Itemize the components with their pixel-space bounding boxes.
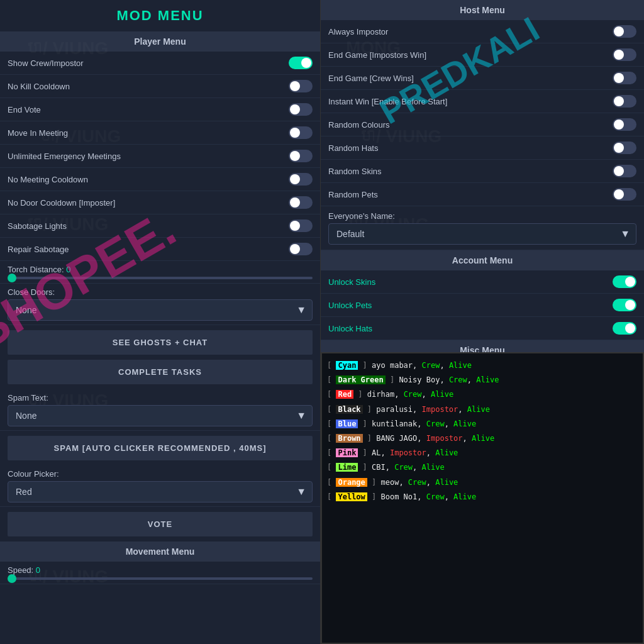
player-status-red: Alive [431,390,453,399]
toggle-repair-sabotage-switch[interactable] [289,243,313,255]
player-status-darkgreen: Alive [476,375,499,384]
player-name-cyan: ayo mabar, [372,361,421,370]
speed-slider-track[interactable] [8,577,313,580]
close-doors-row: Close Doors: None Cafeteria Electrical ▼ [0,284,320,325]
toggle-unlock-pets-switch[interactable] [613,299,636,311]
spam-button[interactable]: SPAM [AUTO CLICKER RECOMMENDED , 40MS] [8,436,313,460]
player-role-pink: Impostor [390,448,426,457]
player-name-yellow: Boom No1, [381,492,426,501]
toggle-random-hats[interactable]: Random Hats [321,136,644,160]
toggle-unlock-hats[interactable]: Unlock Hats [321,317,644,340]
toggle-always-impostor-switch[interactable] [613,25,636,38]
player-list-panel: [ Cyan ] ayo mabar, Crew, Alive [ Dark G… [321,352,644,644]
player-status-yellow: Alive [453,492,476,501]
complete-tasks-button[interactable]: COMPLETE TASKS [8,360,313,384]
account-menu-header: Account Menu [321,250,644,270]
player-name-orange: meow, [381,478,408,487]
movement-menu-header: Movement Menu [0,541,320,562]
toggle-show-crew-switch[interactable] [289,57,313,69]
toggle-end-game-impostors[interactable]: End Game [Impostors Win] [321,43,644,67]
toggle-instant-win-switch[interactable] [613,95,636,108]
toggle-end-game-crew[interactable]: End Game [Crew Wins] [321,67,644,90]
close-doors-dropdown-wrapper: None Cafeteria Electrical ▼ [8,299,313,321]
everyones-name-dropdown-wrapper: Default ▼ [328,223,636,245]
close-doors-select[interactable]: None Cafeteria Electrical [8,299,313,321]
toggle-unlock-hats-switch[interactable] [613,322,636,335]
toggle-random-hats-switch[interactable] [613,142,636,154]
toggle-repair-sabotage[interactable]: Repair Sabotage [0,238,320,261]
player-role-yellow: Crew [426,492,445,501]
toggle-instant-win[interactable]: Instant Win [Enable Before Start] [321,90,644,113]
toggle-random-skins-switch[interactable] [613,165,636,177]
player-row-darkgreen: [ Dark Green ] Noisy Boy, Crew, Alive [327,373,638,387]
color-label-red: Red [336,390,353,399]
player-row-black: [ Black ] paralusi, Impostor, Alive [327,402,638,417]
toggle-random-pets-switch[interactable] [613,188,636,201]
player-row-yellow: [ Yellow ] Boom No1, Crew, Alive [327,490,638,504]
player-name-blue: kuntilanak, [372,419,426,428]
toggle-unlock-skins-switch[interactable] [613,275,636,288]
player-status-black: Alive [467,405,490,414]
player-row-brown: [ Brown ] BANG JAGO, Impostor, Alive [327,431,638,446]
toggle-unlock-skins[interactable]: Unlock Skins [321,270,644,294]
speed-label: Speed: 0 [8,565,313,575]
color-label-brown: Brown [336,434,362,443]
player-status-brown: Alive [472,434,494,443]
color-label-orange: Orange [336,478,367,487]
toggle-unlimited-emergency-switch[interactable] [289,150,313,162]
player-name-darkgreen: Noisy Boy, [399,375,448,384]
toggle-random-colours[interactable]: Random Colours [321,113,644,136]
toggle-no-meeting-cooldown[interactable]: No Meeting Cooldown [0,168,320,191]
player-menu-header: Player Menu [0,31,320,52]
see-ghosts-button[interactable]: SEE GHOSTS + CHAT [8,330,313,355]
toggle-sabotage-lights-switch[interactable] [289,219,313,232]
toggle-always-impostor[interactable]: Always Impostor [321,20,644,43]
toggle-move-in-meeting-switch[interactable] [289,126,313,139]
color-label-yellow: Yellow [336,492,367,501]
toggle-move-in-meeting[interactable]: Move In Meeting [0,121,320,145]
toggle-no-meeting-cooldown-switch[interactable] [289,173,313,186]
spam-text-select[interactable]: None [8,405,313,426]
player-role-cyan: Crew [422,361,440,370]
player-status-orange: Alive [435,478,458,487]
toggle-random-skins[interactable]: Random Skins [321,160,644,183]
toggle-random-colours-switch[interactable] [613,118,636,131]
toggle-random-pets[interactable]: Random Pets [321,183,644,206]
everyones-name-select[interactable]: Default [328,223,636,245]
colour-picker-dropdown-wrapper: Red Blue Green ▼ [8,481,313,502]
speed-value: 0 [36,565,40,575]
toggle-sabotage-lights[interactable]: Sabotage Lights [0,214,320,238]
player-row-red: [ Red ] dirham, Crew, Alive [327,387,638,402]
player-status-lime: Alive [422,463,445,472]
colour-picker-select[interactable]: Red Blue Green [8,481,313,502]
toggle-no-door-cooldown-switch[interactable] [289,196,313,209]
speed-slider-thumb[interactable] [8,574,16,583]
right-panel-content: Host Menu Always Impostor End Game [Impo… [321,0,644,352]
misc-menu-header: Misc Menu [321,340,644,352]
toggle-unlimited-emergency[interactable]: Unlimited Emergency Meetings [0,145,320,168]
spam-text-row: Spam Text: None ▼ [0,389,320,431]
toggle-show-crew[interactable]: Show Crew/Impostor [0,52,320,75]
toggle-end-game-crew-switch[interactable] [613,72,636,84]
toggle-no-kill-cooldown-switch[interactable] [289,80,313,92]
player-name-brown: BANG JAGO, [376,434,426,443]
toggle-end-vote-switch[interactable] [289,103,313,116]
torch-slider-track[interactable] [8,277,313,279]
spam-text-label: Spam Text: [8,393,313,402]
toggle-no-door-cooldown[interactable]: No Door Cooldown [Imposter] [0,191,320,214]
player-role-orange: Crew [408,478,426,487]
toggle-end-vote[interactable]: End Vote [0,98,320,121]
player-row-blue: [ Blue ] kuntilanak, Crew, Alive [327,417,638,431]
vote-button[interactable]: VOTE [8,512,313,536]
toggle-end-game-impostors-switch[interactable] [613,48,636,61]
player-name-lime: CBI, [372,463,394,472]
player-row-cyan: [ Cyan ] ayo mabar, Crew, Alive [327,358,638,373]
player-role-blue: Crew [426,419,445,428]
player-name-red: dirham, [367,390,404,399]
speed-row: Speed: 0 [0,562,320,584]
color-label-cyan: Cyan [336,361,358,370]
player-row-pink: [ Pink ] AL, Impostor, Alive [327,446,638,460]
toggle-no-kill-cooldown[interactable]: No Kill Cooldown [0,75,320,98]
toggle-unlock-pets[interactable]: Unlock Pets [321,294,644,317]
torch-slider-thumb[interactable] [8,274,16,282]
